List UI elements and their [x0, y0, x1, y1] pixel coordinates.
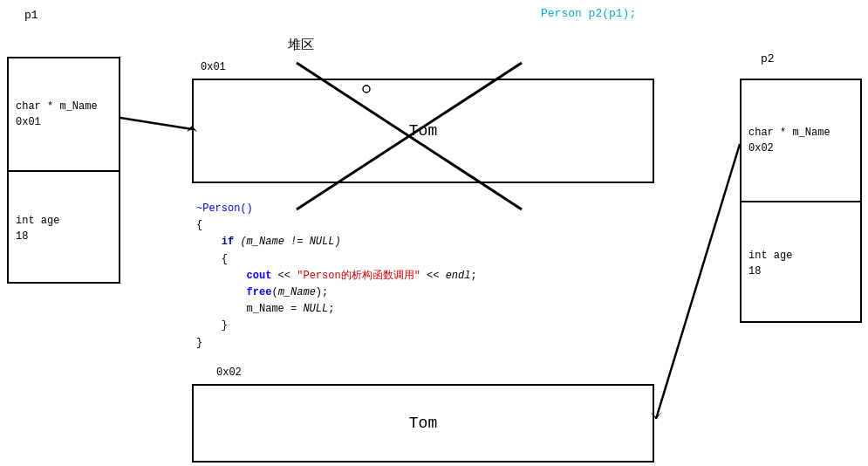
- heap-label: 堆区: [288, 37, 314, 53]
- heap-box2-addr: 0x02: [216, 367, 242, 379]
- p1-cell2: int age 18: [9, 172, 119, 285]
- code-line9: }: [196, 335, 477, 352]
- code-line8: }: [196, 318, 477, 334]
- p1-cell2-label: int age: [16, 215, 59, 227]
- code-block: ~Person() { if (m_Name != NULL) { cout <…: [196, 201, 477, 352]
- code-line2: {: [196, 217, 477, 234]
- p1-cell2-value: 18: [16, 230, 28, 243]
- p1-stack-box: char * m_Name 0x01 int age 18: [7, 57, 120, 284]
- heap-box2-value: Tom: [409, 415, 437, 432]
- p1-label: p1: [24, 9, 38, 22]
- heap-box1-value: Tom: [409, 122, 437, 140]
- code-line7: m_Name = NULL;: [196, 301, 477, 318]
- code-line1: ~Person(): [196, 201, 477, 217]
- p1-cell1-value: 0x01: [16, 116, 41, 128]
- heap-box2: Tom: [192, 384, 654, 463]
- svg-line-4: [656, 144, 740, 419]
- p1-cell1-label: char * m_Name: [16, 100, 98, 113]
- p2-stack-box: char * m_Name 0x02 int age 18: [740, 79, 862, 323]
- p2-cell1-label: char * m_Name: [748, 127, 830, 139]
- heap-box1-addr: 0x01: [201, 61, 226, 73]
- code-line5: cout << "Person的析构函数调用" << endl;: [196, 268, 477, 284]
- p2-cell2-label: int age: [748, 250, 792, 262]
- heap-box1: Tom: [192, 79, 654, 183]
- p2-cell1-value: 0x02: [748, 142, 774, 154]
- header-code-label: Person p2(p1);: [541, 7, 636, 20]
- code-line6: free(m_Name);: [196, 284, 477, 301]
- p1-cell1: char * m_Name 0x01: [9, 58, 119, 172]
- p2-cell1: char * m_Name 0x02: [742, 80, 860, 202]
- svg-line-0: [120, 118, 192, 129]
- p2-cell2: int age 18: [742, 202, 860, 325]
- p2-cell2-value: 18: [748, 265, 761, 278]
- p2-label: p2: [761, 52, 775, 65]
- code-line4: {: [196, 251, 477, 268]
- code-line3: if (m_Name != NULL): [196, 234, 477, 250]
